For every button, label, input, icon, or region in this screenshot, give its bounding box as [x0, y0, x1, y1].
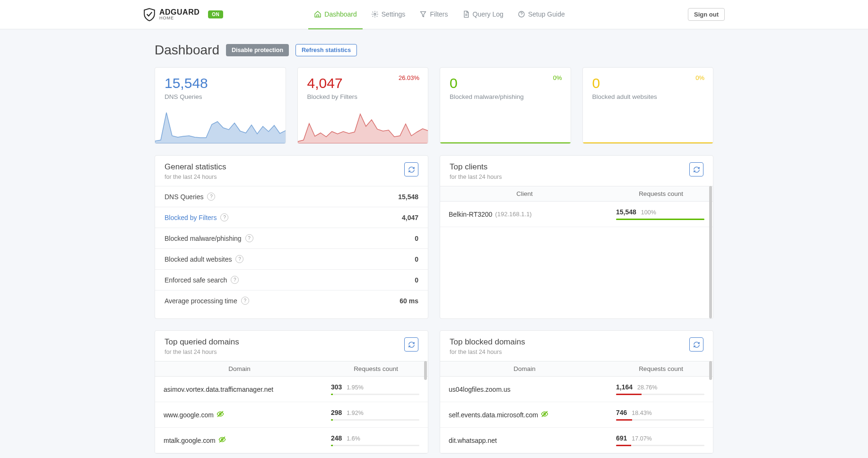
domain-row[interactable]: mtalk.google.com 2481.6% — [155, 428, 428, 453]
domain-row[interactable]: self.events.data.microsoft.com 74618.43% — [440, 402, 713, 428]
scrollbar[interactable] — [709, 361, 712, 380]
top-blocked-panel: Top blocked domains for the last 24 hour… — [440, 330, 713, 454]
panel-title: Top clients — [450, 162, 502, 172]
disable-protection-button[interactable]: Disable protection — [226, 44, 289, 56]
panel-title: Top blocked domains — [450, 337, 525, 347]
panel-sub: for the last 24 hours — [450, 174, 502, 180]
stat-label: Blocked malware/phishing ? — [165, 234, 253, 242]
help-icon[interactable]: ? — [241, 297, 249, 305]
logo[interactable]: ADGUARD HOME ON — [143, 8, 223, 21]
stat-value: 0 — [415, 255, 418, 263]
table-header: Client Requests count — [440, 186, 713, 202]
stat-value: 15,548 — [165, 75, 276, 91]
client-ip: (192.168.1.1) — [495, 211, 531, 218]
help-icon[interactable]: ? — [245, 234, 253, 242]
nav-setup[interactable]: Setup Guide — [512, 0, 571, 29]
filter-icon — [419, 10, 427, 18]
table-header: Domain Requests count — [155, 361, 428, 377]
general-stat-row: Blocked malware/phishing ? 0 — [155, 228, 428, 248]
stat-label: DNS Queries — [165, 93, 276, 100]
refresh-icon — [693, 166, 700, 173]
nav-dashboard[interactable]: Dashboard — [308, 0, 363, 29]
table-header: Domain Requests count — [440, 361, 713, 377]
stat-value: 0 — [415, 235, 418, 242]
request-pct: 28.76% — [637, 384, 657, 391]
blocked-sparkline — [298, 110, 429, 143]
refresh-icon — [408, 341, 415, 348]
stat-blocked-malware[interactable]: 0% 0 Blocked malware/phishing — [440, 67, 571, 144]
client-row[interactable]: Belkin-RT3200 (192.168.1.1) 15,548100% — [440, 202, 713, 227]
general-stat-row: DNS Queries ? 15,548 — [155, 186, 428, 207]
stat-value: 15,548 — [398, 193, 418, 201]
gear-icon — [371, 10, 379, 18]
tracker-icon[interactable] — [217, 410, 224, 419]
stat-value: 60 ms — [399, 297, 418, 305]
domain-name: dit.whatsapp.net — [449, 437, 497, 444]
stat-value: 0 — [415, 276, 418, 284]
general-stat-row: Blocked adult websites ? 0 — [155, 248, 428, 269]
col-client: Client — [440, 186, 609, 201]
page-title: Dashboard — [155, 43, 219, 58]
stat-dns-queries[interactable]: 15,548 DNS Queries — [155, 67, 286, 144]
request-count: 1,164 — [616, 383, 633, 391]
domain-name: asimov.vortex.data.trafficmanager.net — [164, 386, 273, 393]
general-stat-row: Enforced safe search ? 0 — [155, 269, 428, 290]
col-requests: Requests count — [324, 361, 428, 376]
brand-name: ADGUARD — [159, 9, 200, 16]
request-count: 691 — [616, 434, 627, 442]
tracker-icon[interactable] — [541, 410, 548, 419]
request-pct: 18.43% — [632, 410, 651, 416]
help-icon[interactable]: ? — [231, 276, 239, 284]
nav-label: Setup Guide — [528, 10, 565, 18]
home-icon — [314, 10, 321, 18]
stat-label: Blocked adult websites — [592, 93, 704, 100]
panel-sub: for the last 24 hours — [165, 349, 239, 355]
stat-blocked-adult[interactable]: 0% 0 Blocked adult websites — [582, 67, 714, 144]
nav-settings[interactable]: Settings — [365, 0, 411, 29]
panel-sub: for the last 24 hours — [450, 349, 525, 355]
help-icon[interactable]: ? — [220, 213, 228, 221]
svg-point-0 — [374, 13, 376, 15]
reload-button[interactable] — [689, 337, 703, 352]
request-count: 248 — [331, 434, 342, 442]
panel-title: Top queried domains — [165, 337, 239, 347]
request-count: 303 — [331, 383, 342, 391]
stat-label: DNS Queries ? — [165, 193, 215, 201]
brand-sub: HOME — [159, 16, 200, 20]
scrollbar[interactable] — [709, 186, 712, 318]
request-pct: 1.92% — [347, 410, 363, 416]
stat-cards: 15,548 DNS Queries 26.03% 4,047 Blocked … — [155, 67, 713, 144]
tracker-icon[interactable] — [218, 436, 226, 445]
stat-pct: 0% — [695, 74, 704, 81]
reload-button[interactable] — [404, 162, 418, 176]
scrollbar[interactable] — [424, 361, 427, 380]
signout-button[interactable]: Sign out — [688, 8, 725, 21]
col-requests: Requests count — [609, 186, 713, 201]
top-clients-panel: Top clients for the last 24 hours Client… — [440, 155, 713, 319]
flat-bar — [440, 142, 571, 143]
help-icon[interactable]: ? — [235, 255, 243, 263]
request-pct: 1.95% — [347, 384, 363, 391]
domain-row[interactable]: us04logfiles.zoom.us 1,16428.76% — [440, 377, 713, 402]
refresh-stats-button[interactable]: Refresh statistics — [295, 44, 357, 56]
domain-row[interactable]: asimov.vortex.data.trafficmanager.net 30… — [155, 377, 428, 402]
col-domain: Domain — [440, 361, 609, 376]
domain-name: self.events.data.microsoft.com — [449, 411, 538, 419]
stat-label: Average processing time ? — [165, 297, 249, 305]
domain-row[interactable]: dit.whatsapp.net 69117.07% — [440, 428, 713, 453]
client-name: Belkin-RT3200 — [449, 211, 492, 218]
page-header: Dashboard Disable protection Refresh sta… — [155, 43, 713, 58]
nav-filters[interactable]: Filters — [414, 0, 453, 29]
stat-label[interactable]: Blocked by Filters ? — [165, 213, 228, 221]
panel-title: General statistics — [165, 162, 226, 172]
reload-button[interactable] — [404, 337, 418, 352]
general-stat-row: Average processing time ? 60 ms — [155, 290, 428, 311]
help-icon[interactable]: ? — [207, 193, 215, 201]
stat-blocked-filters[interactable]: 26.03% 4,047 Blocked by Filters — [297, 67, 429, 144]
request-pct: 1.6% — [347, 435, 360, 442]
general-stat-row: Blocked by Filters ? 4,047 — [155, 207, 428, 228]
nav-querylog[interactable]: Query Log — [457, 0, 509, 29]
nav-label: Query Log — [473, 10, 503, 18]
domain-row[interactable]: www.google.com 2981.92% — [155, 402, 428, 428]
reload-button[interactable] — [689, 162, 703, 176]
